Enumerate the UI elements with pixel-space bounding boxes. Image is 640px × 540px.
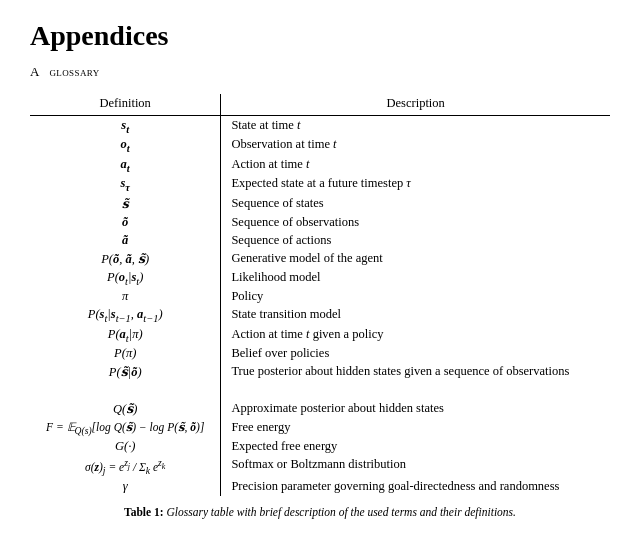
description-cell: State transition model	[221, 306, 610, 326]
table-row: sτ Expected state at a future timestep τ	[30, 175, 610, 195]
definition-cell: σ(z)j = ezj / Σk ezk	[30, 456, 221, 478]
table-row: P(at|π) Action at time t given a policy	[30, 325, 610, 345]
definition-cell: P(s̃|õ)	[30, 363, 221, 382]
table-row: P(ot|st) Likelihood model	[30, 268, 610, 288]
description-cell: Belief over policies	[221, 345, 610, 363]
table-row: ã Sequence of actions	[30, 231, 610, 249]
table-row: ot Observation at time t	[30, 136, 610, 156]
description-cell: Action at time t	[221, 155, 610, 175]
section-name: Glossary	[49, 64, 99, 79]
definition-cell	[30, 382, 221, 400]
definition-cell: ot	[30, 136, 221, 156]
description-cell: Free energy	[221, 419, 610, 438]
definition-cell: P(st|st−1, at−1)	[30, 306, 221, 326]
table-row: F = 𝔼Q(s)[log Q(s̃) − log P(s̃, õ)] Free…	[30, 419, 610, 438]
definition-cell: F = 𝔼Q(s)[log Q(s̃) − log P(s̃, õ)]	[30, 419, 221, 438]
section-label: A	[30, 64, 40, 79]
description-cell: Sequence of states	[221, 194, 610, 213]
description-cell: Likelihood model	[221, 268, 610, 288]
section-header: A Glossary	[30, 64, 610, 80]
definition-cell: sτ	[30, 175, 221, 195]
definition-cell: γ	[30, 478, 221, 496]
page-title: Appendices	[30, 20, 610, 52]
definition-cell: s̃	[30, 194, 221, 213]
table-row: P(st|st−1, at−1) State transition model	[30, 306, 610, 326]
table-row	[30, 382, 610, 400]
description-column-header: Description	[221, 94, 610, 116]
table-row: Q(s̃) Approximate posterior about hidden…	[30, 400, 610, 419]
table-row: π Policy	[30, 288, 610, 306]
description-cell: Generative model of the agent	[221, 249, 610, 268]
glossary-table: Definition Description st State at time …	[30, 94, 610, 496]
definition-cell: P(ot|st)	[30, 268, 221, 288]
description-cell: Sequence of actions	[221, 231, 610, 249]
definition-cell: P(õ, ã, s̃)	[30, 249, 221, 268]
definition-cell: G(·)	[30, 438, 221, 456]
table-row: σ(z)j = ezj / Σk ezk Softmax or Boltzman…	[30, 456, 610, 478]
description-cell: Precision parameter governing goal-direc…	[221, 478, 610, 496]
definition-cell: ã	[30, 231, 221, 249]
definition-cell: at	[30, 155, 221, 175]
definition-cell: P(π)	[30, 345, 221, 363]
definition-cell: P(at|π)	[30, 325, 221, 345]
definition-cell: Q(s̃)	[30, 400, 221, 419]
description-cell: Sequence of observations	[221, 213, 610, 231]
description-cell: Softmax or Boltzmann distribution	[221, 456, 610, 478]
definition-column-header: Definition	[30, 94, 221, 116]
description-cell	[221, 382, 610, 400]
table-row: P(s̃|õ) True posterior about hidden stat…	[30, 363, 610, 382]
table-row: P(õ, ã, s̃) Generative model of the agen…	[30, 249, 610, 268]
table-row: P(π) Belief over policies	[30, 345, 610, 363]
description-cell: Policy	[221, 288, 610, 306]
description-cell: Approximate posterior about hidden state…	[221, 400, 610, 419]
description-cell: Action at time t given a policy	[221, 325, 610, 345]
table-row: st State at time t	[30, 116, 610, 136]
description-cell: Expected free energy	[221, 438, 610, 456]
table-header-row: Definition Description	[30, 94, 610, 116]
definition-cell: π	[30, 288, 221, 306]
table-row: G(·) Expected free energy	[30, 438, 610, 456]
definition-cell: st	[30, 116, 221, 136]
table-row: γ Precision parameter governing goal-dir…	[30, 478, 610, 496]
definition-cell: õ	[30, 213, 221, 231]
description-cell: State at time t	[221, 116, 610, 136]
table-row: õ Sequence of observations	[30, 213, 610, 231]
description-cell: Expected state at a future timestep τ	[221, 175, 610, 195]
description-cell: Observation at time t	[221, 136, 610, 156]
table-caption: Table 1: Glossary table with brief descr…	[30, 506, 610, 518]
table-row: at Action at time t	[30, 155, 610, 175]
description-cell: True posterior about hidden states given…	[221, 363, 610, 382]
table-row: s̃ Sequence of states	[30, 194, 610, 213]
